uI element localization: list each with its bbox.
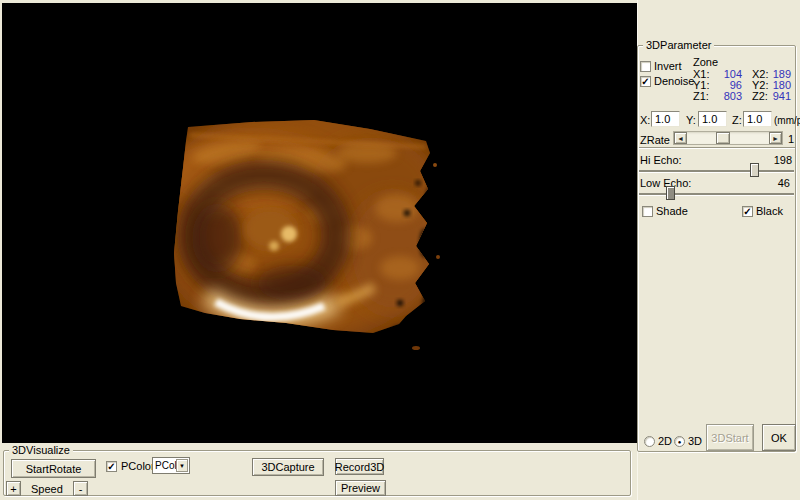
hi-echo-slider-thumb[interactable] (750, 163, 759, 177)
hi-echo-slider-track[interactable] (639, 170, 794, 172)
mode-3d-label: 3D (688, 435, 702, 447)
y-scale-input[interactable] (698, 111, 727, 127)
invert-checkbox[interactable] (640, 61, 651, 72)
speed-label: Speed (31, 483, 63, 495)
hi-echo-value: 198 (762, 154, 792, 166)
zrate-scrollbar[interactable]: ◄ ► (673, 131, 783, 145)
mode-2d-label: 2D (658, 435, 672, 447)
section-divider (639, 147, 795, 148)
zone-label: Zone (693, 56, 718, 68)
y-scale-label: Y: (686, 114, 696, 126)
parameter-groupbox: 3DParameter Invert ✓ Denoise Zone X1: 10… (637, 45, 796, 452)
ok-button[interactable]: OK (762, 424, 796, 451)
ultrasound-volume-render (2, 3, 637, 443)
zone-z2-value: 941 (763, 90, 791, 102)
pcolor-label: PColor (121, 460, 155, 472)
denoise-label: Denoise (654, 75, 694, 87)
hi-echo-label: Hi Echo: (640, 154, 682, 166)
invert-label: Invert (654, 60, 682, 72)
chevron-down-icon[interactable]: ▼ (176, 459, 188, 472)
x-scale-input[interactable] (651, 111, 680, 127)
visualize-groupbox: 3DVisualize StartRotate + Speed - ✓ PCol… (3, 450, 631, 496)
mode-3d-radio[interactable]: ● (674, 436, 685, 447)
speed-plus-button[interactable]: + (6, 481, 21, 496)
black-label: Black (756, 205, 783, 217)
scale-unit-label: (mm/p) (774, 115, 800, 127)
zone-z1-label: Z1: (693, 90, 709, 102)
z-scale-label: Z: (732, 114, 742, 126)
black-checkbox[interactable]: ✓ (742, 206, 753, 217)
zone-z1-value: 803 (712, 90, 742, 102)
speed-minus-button[interactable]: - (73, 481, 88, 496)
low-echo-slider-thumb[interactable] (666, 186, 675, 200)
pcolor-dropdown[interactable]: PColor ▼ (152, 457, 190, 474)
application-window: 3DParameter Invert ✓ Denoise Zone X1: 10… (0, 0, 800, 500)
zrate-label: ZRate (640, 134, 670, 146)
mode-2d-radio[interactable] (644, 436, 655, 447)
low-echo-value: 46 (760, 177, 790, 189)
record3d-button[interactable]: Record3D (335, 458, 384, 475)
shade-checkbox[interactable] (642, 206, 653, 217)
shade-label: Shade (656, 205, 688, 217)
render-viewport[interactable] (2, 3, 637, 443)
pcolor-checkbox[interactable]: ✓ (106, 461, 117, 472)
zrate-scrollbar-thumb[interactable] (716, 132, 730, 144)
preview-button[interactable]: Preview (335, 480, 386, 496)
zrate-value: 1 (788, 133, 794, 145)
3dstart-button[interactable]: 3DStart (706, 424, 754, 451)
z-scale-input[interactable] (743, 111, 772, 127)
parameter-group-title: 3DParameter (643, 38, 714, 52)
start-rotate-button[interactable]: StartRotate (11, 459, 96, 478)
denoise-checkbox[interactable]: ✓ (640, 76, 651, 87)
x-scale-label: X: (640, 114, 650, 126)
zrate-left-arrow[interactable]: ◄ (674, 132, 687, 144)
visualize-group-title: 3DVisualize (9, 443, 73, 457)
low-echo-slider-track[interactable] (639, 193, 794, 195)
zrate-right-arrow[interactable]: ► (769, 132, 782, 144)
3dcapture-button[interactable]: 3DCapture (252, 458, 324, 476)
